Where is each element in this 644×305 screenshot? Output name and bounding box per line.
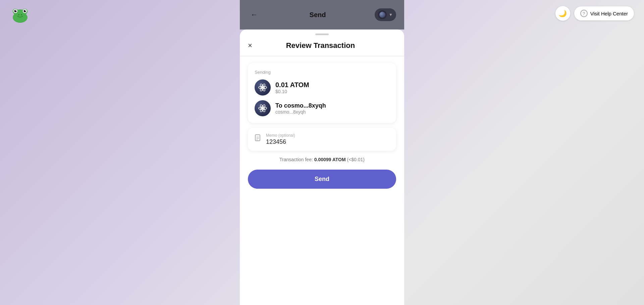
sending-label: Sending bbox=[255, 70, 389, 75]
to-address-sub: cosmo...8xyqh bbox=[275, 109, 326, 115]
svg-point-11 bbox=[21, 14, 22, 15]
svg-point-9 bbox=[25, 10, 25, 11]
modal-title: Review Transaction bbox=[255, 41, 386, 50]
moon-button[interactable]: 🌙 bbox=[555, 6, 570, 21]
svg-point-12 bbox=[262, 86, 264, 89]
fee-prefix: Transaction fee: bbox=[279, 157, 314, 162]
back-button[interactable]: ← bbox=[248, 8, 261, 22]
memo-icon bbox=[255, 134, 262, 144]
frog-logo bbox=[10, 7, 30, 23]
to-icon bbox=[255, 100, 271, 116]
svg-point-7 bbox=[24, 10, 26, 12]
help-center-button[interactable]: ? Visit Help Center bbox=[574, 6, 634, 20]
top-right-controls: 🌙 ? Visit Help Center bbox=[555, 6, 634, 21]
amount-row: 0.01 ATOM $0.10 bbox=[255, 79, 389, 96]
app-header-title: Send bbox=[310, 11, 326, 19]
memo-card: Memo (optional) 123456 bbox=[248, 128, 396, 151]
fee-usd: (<$0.01) bbox=[347, 157, 365, 162]
phone-container: ← Send ▼ × Review Transaction Sending bbox=[240, 0, 404, 305]
svg-point-16 bbox=[262, 107, 264, 110]
to-address-row: To cosmo...8xyqh cosmo...8xyqh bbox=[255, 100, 389, 116]
network-dot-inner bbox=[379, 12, 385, 18]
svg-point-10 bbox=[18, 14, 19, 15]
modal-sheet: × Review Transaction Sending bbox=[240, 29, 404, 305]
fee-amount: 0.00099 ATOM bbox=[314, 157, 346, 162]
network-badge[interactable]: ▼ bbox=[375, 8, 396, 21]
help-center-label: Visit Help Center bbox=[590, 11, 628, 16]
close-button[interactable]: × bbox=[248, 41, 255, 51]
fee-row: Transaction fee: 0.00099 ATOM (<$0.01) bbox=[248, 156, 396, 164]
question-icon: ? bbox=[580, 10, 588, 17]
token-amount: 0.01 ATOM bbox=[275, 81, 309, 89]
to-info: To cosmo...8xyqh cosmo...8xyqh bbox=[275, 102, 326, 115]
atom-icon bbox=[255, 79, 271, 96]
sending-card: Sending 0.01 ATOM $0.10 bbox=[248, 63, 396, 123]
modal-header: × Review Transaction bbox=[240, 35, 404, 56]
network-dot bbox=[378, 10, 387, 19]
modal-content: Sending 0.01 ATOM $0.10 bbox=[240, 56, 404, 305]
send-button[interactable]: Send bbox=[248, 170, 396, 189]
amount-info: 0.01 ATOM $0.10 bbox=[275, 81, 309, 94]
to-address-title: To cosmo...8xyqh bbox=[275, 102, 326, 109]
moon-icon: 🌙 bbox=[558, 9, 567, 17]
memo-field[interactable]: Memo (optional) 123456 bbox=[266, 133, 389, 145]
chevron-down-icon: ▼ bbox=[389, 12, 393, 17]
memo-value: 123456 bbox=[266, 138, 389, 145]
app-header: ← Send ▼ bbox=[240, 0, 404, 29]
svg-point-6 bbox=[14, 10, 17, 12]
token-usd: $0.10 bbox=[275, 89, 309, 94]
memo-label: Memo (optional) bbox=[266, 133, 389, 138]
svg-point-8 bbox=[15, 10, 16, 11]
